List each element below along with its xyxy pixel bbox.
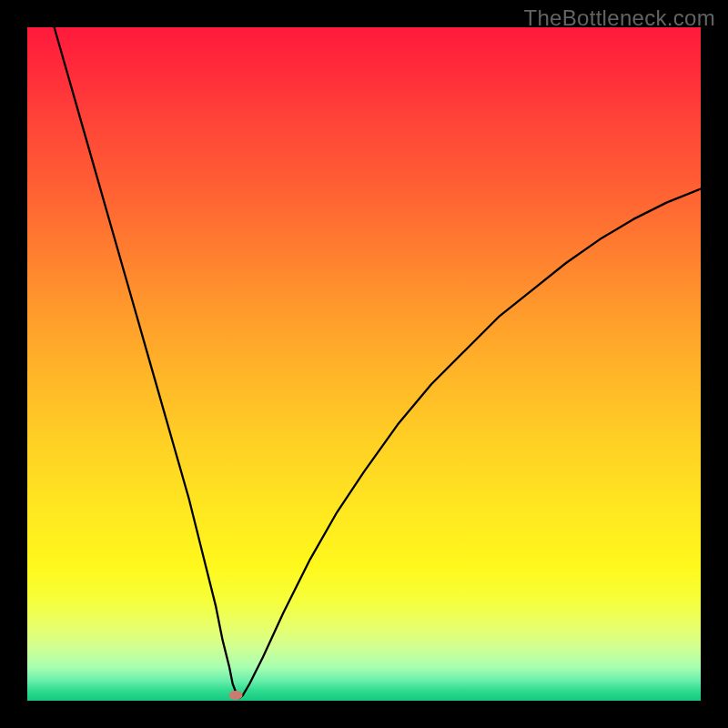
optimum-marker	[229, 691, 243, 700]
plot-area	[27, 27, 701, 701]
chart-frame: TheBottleneck.com	[0, 0, 728, 728]
bottleneck-curve	[55, 27, 701, 698]
curve-layer	[27, 27, 701, 701]
